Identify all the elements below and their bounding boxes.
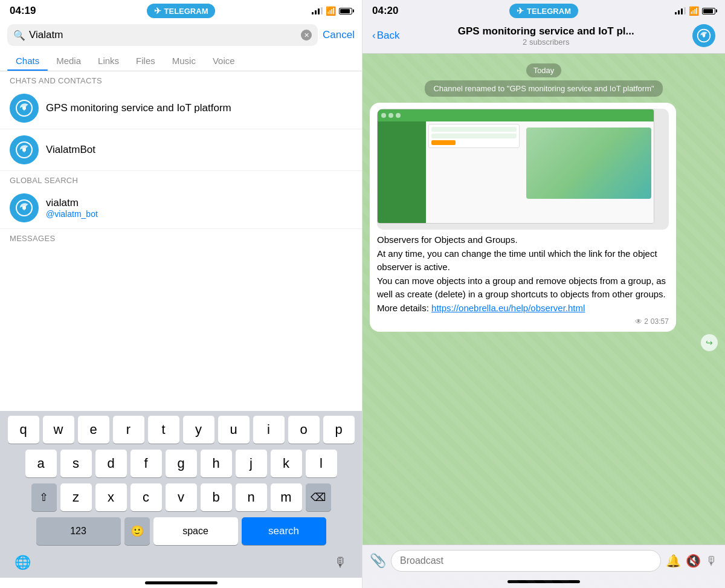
- tab-chats[interactable]: Chats: [7, 51, 48, 71]
- chat-title-area: GPS monitoring service and IoT pl... 2 s…: [404, 25, 688, 47]
- vialatm-info: vialatm @vialatm_bot: [46, 197, 352, 219]
- key-space[interactable]: space: [153, 517, 238, 545]
- search-button[interactable]: search: [242, 517, 326, 545]
- fake-screenshot: [377, 109, 654, 224]
- tab-files[interactable]: Files: [127, 51, 164, 71]
- global-search-header: GLOBAL SEARCH: [0, 171, 362, 187]
- notification-icon[interactable]: 🔔: [666, 554, 681, 568]
- key-j[interactable]: j: [236, 450, 267, 477]
- tab-links[interactable]: Links: [89, 51, 127, 71]
- eye-icon: 👁: [635, 317, 642, 326]
- key-b[interactable]: b: [201, 483, 232, 511]
- fake-main: [426, 121, 654, 223]
- gps-icon: [15, 99, 33, 117]
- share-button[interactable]: ↪: [701, 334, 718, 351]
- key-v[interactable]: v: [166, 483, 197, 511]
- attach-icon[interactable]: 📎: [370, 553, 386, 569]
- message-time: 03:57: [651, 317, 669, 326]
- key-k[interactable]: k: [271, 450, 302, 477]
- left-telegram-badge: ✈ TELEGRAM: [147, 4, 216, 18]
- key-t[interactable]: t: [148, 416, 179, 444]
- key-n[interactable]: n: [236, 483, 267, 511]
- key-backspace[interactable]: ⌫: [306, 483, 331, 511]
- key-e[interactable]: e: [78, 416, 109, 444]
- key-u[interactable]: u: [218, 416, 250, 444]
- right-signal-icon: [675, 7, 686, 15]
- keyboard-row-4: 123 🙂 space search: [2, 517, 359, 545]
- vialatmbot-name: VialatmBot: [46, 144, 352, 156]
- key-m[interactable]: m: [271, 483, 302, 511]
- key-z[interactable]: z: [60, 483, 92, 511]
- messages-area[interactable]: Today Channel renamed to "GPS monitoring…: [362, 54, 725, 544]
- search-input-wrapper[interactable]: 🔍 ✕: [7, 24, 318, 46]
- gps-avatar: [10, 94, 39, 123]
- key-y[interactable]: y: [183, 416, 214, 444]
- chat-input-bar: 📎 🔔 🔇 🎙: [362, 544, 725, 577]
- back-button[interactable]: ‹ Back: [372, 30, 399, 42]
- chat-subtitle: 2 subscribers: [404, 37, 688, 47]
- fake-header: [378, 109, 654, 121]
- vialatm-sub: @vialatm_bot: [46, 209, 352, 219]
- left-time: 04:19: [10, 5, 36, 17]
- key-c[interactable]: c: [130, 483, 162, 511]
- mic-input-icon[interactable]: 🎙: [706, 554, 718, 568]
- message-text: Observers for Objects and Groups. At any…: [377, 233, 669, 315]
- key-x[interactable]: x: [95, 483, 127, 511]
- left-panel: 04:19 ✈ TELEGRAM 📶 🔍 ✕ Cancel Chats Medi…: [0, 0, 362, 588]
- message-bubble: Observers for Objects and Groups. At any…: [370, 103, 676, 332]
- chevron-left-icon: ‹: [372, 30, 376, 42]
- search-icon: 🔍: [13, 30, 25, 41]
- chat-header: ‹ Back GPS monitoring service and IoT pl…: [362, 19, 725, 54]
- svg-point-1: [22, 106, 26, 110]
- right-telegram-icon: ✈: [517, 6, 524, 16]
- key-f[interactable]: f: [130, 450, 162, 477]
- wifi-icon: 📶: [326, 6, 336, 16]
- key-h[interactable]: h: [201, 450, 232, 477]
- key-i[interactable]: i: [253, 416, 285, 444]
- key-g[interactable]: g: [166, 450, 197, 477]
- key-shift[interactable]: ⇧: [31, 483, 57, 511]
- broadcast-input[interactable]: [391, 550, 661, 572]
- key-d[interactable]: d: [95, 450, 127, 477]
- key-p[interactable]: p: [323, 416, 355, 444]
- battery-icon: [339, 8, 352, 15]
- vialatmbot-icon: [15, 141, 33, 159]
- svg-point-3: [22, 148, 26, 152]
- mute-icon[interactable]: 🔇: [686, 554, 701, 568]
- result-vialatm[interactable]: vialatm @vialatm_bot: [0, 187, 362, 229]
- key-emoji[interactable]: 🙂: [124, 517, 150, 545]
- chat-avatar[interactable]: [692, 24, 715, 47]
- clear-button[interactable]: ✕: [301, 30, 312, 40]
- left-status-bar: 04:19 ✈ TELEGRAM 📶: [0, 0, 362, 19]
- fake-form: [428, 124, 520, 148]
- cancel-button[interactable]: Cancel: [323, 29, 355, 41]
- key-q[interactable]: q: [8, 416, 39, 444]
- result-gps[interactable]: GPS monitoring service and IoT platform: [0, 88, 362, 129]
- message-views: 👁 2: [635, 317, 648, 326]
- right-battery-icon: [702, 8, 715, 15]
- tab-media[interactable]: Media: [48, 51, 89, 71]
- fake-row-2: [431, 134, 517, 138]
- globe-icon[interactable]: 🌐: [14, 555, 31, 570]
- key-a[interactable]: a: [25, 450, 57, 477]
- svg-point-7: [703, 34, 706, 37]
- result-vialatmbot[interactable]: VialatmBot: [0, 129, 362, 171]
- tab-music[interactable]: Music: [164, 51, 204, 71]
- key-123[interactable]: 123: [36, 517, 121, 545]
- message-image: [377, 109, 669, 230]
- right-status-icons: 📶: [675, 6, 715, 16]
- key-s[interactable]: s: [60, 450, 92, 477]
- message-link[interactable]: https://onebrella.eu/help/observer.html: [431, 303, 585, 313]
- key-w[interactable]: w: [43, 416, 74, 444]
- key-l[interactable]: l: [306, 450, 337, 477]
- chats-contacts-header: CHATS AND CONTACTS: [0, 71, 362, 88]
- vialatm-icon: [15, 199, 33, 217]
- key-r[interactable]: r: [113, 416, 144, 444]
- fake-body: [378, 121, 654, 223]
- key-o[interactable]: o: [288, 416, 320, 444]
- left-status-icons: 📶: [312, 6, 352, 16]
- mic-icon[interactable]: 🎙: [334, 555, 347, 570]
- right-time: 04:20: [372, 5, 398, 17]
- tab-voice[interactable]: Voice: [204, 51, 243, 71]
- search-input[interactable]: [29, 29, 297, 41]
